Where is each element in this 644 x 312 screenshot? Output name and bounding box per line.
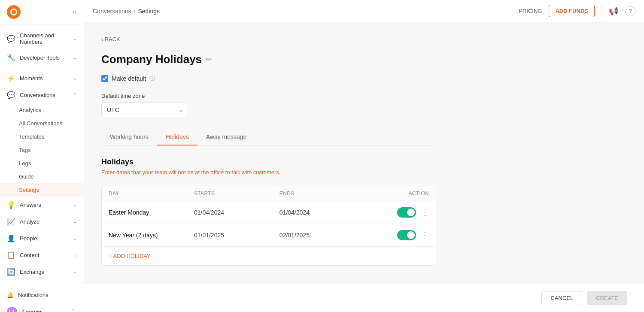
- content-icon: 📋: [7, 251, 15, 259]
- table-row: New Year (2 days) 01/01/2025 02/01/2025 …: [102, 224, 436, 247]
- sidebar-collapse-button[interactable]: ‹‹: [72, 8, 77, 16]
- megaphone-icon[interactable]: 📢: [609, 6, 618, 16]
- help-icon[interactable]: ?: [625, 6, 635, 16]
- timezone-select[interactable]: UTC EST PST GMT CST: [101, 103, 187, 117]
- sidebar-item-developer-label: Developer Tools: [20, 55, 60, 61]
- holiday-day-1: Easter Monday: [109, 209, 194, 216]
- sidebar-item-templates[interactable]: Templates: [0, 130, 84, 143]
- sidebar-item-answers[interactable]: 💡 Answers ⌄: [0, 197, 84, 213]
- sidebar-item-guide[interactable]: Guide: [0, 170, 84, 183]
- sidebar-item-content[interactable]: 📋 Content ⌄: [0, 247, 84, 264]
- content-inner: ‹ BACK Company Holidays ✏ Make default ⓘ…: [84, 22, 453, 279]
- sidebar-item-analyze[interactable]: 📈 Analyze ⌄: [0, 213, 84, 230]
- chevron-down-icon: ⌄: [73, 236, 77, 241]
- create-button[interactable]: CREATE: [587, 291, 627, 305]
- make-default-checkbox[interactable]: [101, 75, 108, 82]
- timezone-label: Default time zone: [101, 93, 436, 99]
- sidebar-header: ‹‹: [0, 0, 84, 24]
- page-title: Company Holidays: [101, 53, 202, 66]
- holidays-section-title: Holidays: [101, 158, 436, 167]
- sidebar-item-people[interactable]: 👤 People ⌄: [0, 230, 84, 247]
- main-content: ‹ BACK Company Holidays ✏ Make default ⓘ…: [84, 22, 644, 284]
- sidebar-item-conversations-label: Conversations: [20, 92, 55, 98]
- sidebar-item-channels[interactable]: 💬 Channels and Numbers ⌄: [0, 28, 84, 49]
- sidebar-item-exchange[interactable]: 🔄 Exchange ⌄: [0, 264, 84, 280]
- more-options-icon[interactable]: ⋮: [69, 307, 77, 312]
- logo-inner: [10, 9, 17, 15]
- header-actions: PRICING ADD FUNDS 📢 ?: [519, 5, 635, 17]
- settings-tabs: Working hours Holidays Away message: [101, 129, 436, 145]
- sidebar-item-moments[interactable]: ⚡ Moments ⌄: [0, 70, 84, 87]
- chevron-down-icon: ⌄: [73, 219, 77, 224]
- main-area: Conversations / Settings PRICING ADD FUN…: [84, 0, 644, 312]
- developer-icon: 🔧: [7, 54, 15, 62]
- back-chevron-icon: ‹: [101, 36, 103, 42]
- sidebar-item-analytics[interactable]: Analytics: [0, 103, 84, 117]
- col-header-day: Day: [109, 191, 194, 197]
- answers-icon: 💡: [7, 201, 15, 209]
- breadcrumb-separator: /: [134, 8, 136, 15]
- chevron-down-icon: ⌄: [73, 269, 77, 275]
- sidebar-item-logs[interactable]: Logs: [0, 157, 84, 170]
- breadcrumb-conversations[interactable]: Conversations: [93, 8, 131, 15]
- sidebar: ‹‹ 💬 Channels and Numbers ⌄ 🔧 Developer …: [0, 0, 84, 312]
- back-button[interactable]: ‹ BACK: [101, 36, 436, 42]
- tab-away-message[interactable]: Away message: [197, 129, 255, 145]
- holiday-more-icon-2[interactable]: ⋮: [421, 230, 429, 240]
- moments-icon: ⚡: [7, 74, 15, 82]
- make-default-row: Make default ⓘ: [101, 75, 436, 82]
- add-holiday-button[interactable]: + ADD HOLIDAY: [102, 247, 436, 265]
- toggle-knob-1: [407, 209, 415, 216]
- holidays-section: Holidays Enter dates that your team will…: [101, 158, 436, 266]
- tab-holidays[interactable]: Holidays: [157, 129, 197, 145]
- timezone-field: Default time zone UTC EST PST GMT CST ⌄: [101, 93, 436, 117]
- holiday-starts-2: 01/01/2025: [194, 232, 279, 239]
- table-row: Easter Monday 01/04/2024 01/04/2024 ⋮: [102, 201, 436, 224]
- sidebar-item-settings[interactable]: Settings: [0, 183, 84, 197]
- holidays-section-desc: Enter dates that your team will not be a…: [101, 169, 436, 176]
- holiday-toggle-1[interactable]: [397, 207, 416, 218]
- chevron-down-icon: ⌄: [73, 202, 77, 208]
- col-header-starts: Starts: [194, 191, 279, 197]
- sidebar-item-moments-label: Moments: [20, 75, 43, 82]
- conversations-subnav: Analytics All Conversations Templates Ta…: [0, 103, 84, 197]
- sidebar-item-exchange-label: Exchange: [20, 269, 45, 275]
- sidebar-item-channels-label: Channels and Numbers: [20, 32, 73, 45]
- sidebar-notifications-label: Notifications: [18, 292, 49, 298]
- breadcrumb-current: Settings: [138, 8, 160, 15]
- holiday-more-icon-1[interactable]: ⋮: [421, 208, 429, 217]
- tab-working-hours[interactable]: Working hours: [101, 129, 157, 145]
- holiday-action-1: ⋮: [365, 207, 429, 218]
- holiday-day-2: New Year (2 days): [109, 232, 194, 239]
- sidebar-item-tags[interactable]: Tags: [0, 143, 84, 157]
- cancel-button[interactable]: CANCEL: [541, 291, 582, 305]
- page-header: Conversations / Settings PRICING ADD FUN…: [84, 0, 644, 22]
- sidebar-item-notifications[interactable]: 🔔 Notifications: [0, 288, 84, 303]
- col-header-action: Action: [365, 191, 429, 197]
- timezone-select-wrapper: UTC EST PST GMT CST ⌄: [101, 103, 187, 117]
- channels-icon: 💬: [7, 35, 15, 43]
- avatar: LA: [7, 307, 17, 312]
- col-header-ends: Ends: [279, 191, 365, 197]
- chevron-down-icon: ⌄: [73, 55, 77, 61]
- breadcrumb: Conversations / Settings: [93, 8, 160, 15]
- sidebar-item-account[interactable]: LA Account ⋮: [0, 303, 84, 312]
- sidebar-item-analyze-label: Analyze: [20, 218, 39, 225]
- sidebar-item-developer[interactable]: 🔧 Developer Tools ⌄: [0, 49, 84, 66]
- header-divider: [601, 5, 602, 17]
- holidays-table: Day Starts Ends Action Easter Monday 01/…: [101, 186, 436, 266]
- sidebar-divider: [0, 68, 84, 68]
- pricing-button[interactable]: PRICING: [519, 8, 542, 14]
- content-footer: CANCEL CREATE: [84, 284, 644, 312]
- sidebar-item-content-label: Content: [20, 252, 39, 258]
- analyze-icon: 📈: [7, 218, 15, 226]
- edit-icon[interactable]: ✏: [206, 55, 212, 64]
- add-funds-button[interactable]: ADD FUNDS: [549, 5, 595, 17]
- sidebar-item-conversations[interactable]: 💬 Conversations ⌃: [0, 87, 84, 103]
- info-icon[interactable]: ⓘ: [149, 75, 155, 82]
- holiday-toggle-2[interactable]: [397, 230, 416, 240]
- chevron-down-icon: ⌄: [73, 252, 77, 258]
- holiday-ends-2: 02/01/2025: [279, 232, 365, 239]
- sidebar-item-all-conversations[interactable]: All Conversations: [0, 117, 84, 130]
- people-icon: 👤: [7, 234, 15, 242]
